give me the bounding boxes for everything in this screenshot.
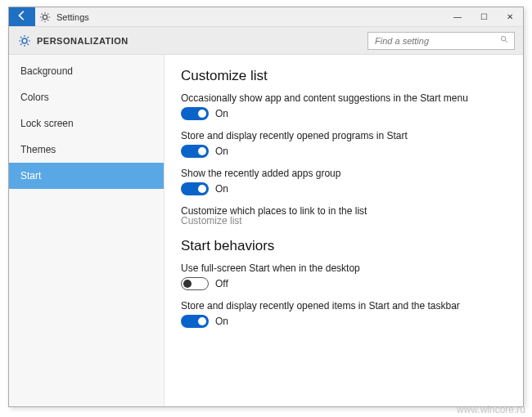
sidebar: Background Colors Lock screen Themes Sta…: [9, 55, 165, 406]
toggle-state: On: [215, 146, 228, 157]
maximize-button[interactable]: ☐: [471, 7, 497, 26]
window-title: Settings: [55, 7, 444, 26]
gear-icon: [17, 34, 32, 48]
close-button[interactable]: ✕: [497, 7, 523, 26]
svg-point-2: [501, 36, 506, 41]
toggle-knob: [198, 147, 206, 155]
back-button[interactable]: [9, 7, 35, 26]
gear-icon: [35, 7, 55, 26]
group-title-customize-list: Customize list: [181, 68, 507, 84]
group-title-start-behaviors: Start behaviors: [181, 238, 507, 254]
sidebar-item-themes[interactable]: Themes: [9, 137, 164, 163]
titlebar: Settings — ☐ ✕: [9, 7, 523, 27]
toggle-state: On: [215, 183, 228, 195]
section-title: PERSONALIZATION: [37, 36, 367, 46]
toggle-switch[interactable]: [181, 145, 209, 158]
svg-point-0: [43, 15, 47, 19]
toggle-knob: [198, 317, 206, 325]
body: Background Colors Lock screen Themes Sta…: [9, 55, 523, 406]
toggle-switch[interactable]: [181, 182, 209, 195]
toggle-switch[interactable]: [181, 315, 209, 328]
watermark: www.wincore.ru: [457, 404, 525, 415]
toggle-state: On: [215, 108, 228, 119]
toggle-knob: [198, 185, 206, 193]
customize-list-link[interactable]: Customize list: [181, 215, 507, 226]
setting-label: Store and display recently opened progra…: [181, 130, 507, 141]
toggle-suggestions[interactable]: On: [181, 107, 507, 120]
toggle-recent-programs[interactable]: On: [181, 145, 507, 158]
toggle-state: Off: [215, 278, 228, 289]
sidebar-item-start[interactable]: Start: [9, 163, 164, 189]
search-icon: [500, 35, 509, 46]
svg-point-1: [22, 38, 27, 43]
toggle-state: On: [215, 316, 228, 327]
toggle-switch[interactable]: [181, 107, 209, 120]
sidebar-item-lock-screen[interactable]: Lock screen: [9, 110, 164, 137]
section-header: PERSONALIZATION: [9, 27, 523, 55]
search-box[interactable]: [367, 32, 515, 50]
toggle-knob: [198, 110, 206, 118]
content-pane: Customize list Occasionally show app and…: [165, 55, 523, 406]
toggle-recent-items[interactable]: On: [181, 315, 507, 328]
toggle-knob: [183, 280, 192, 288]
setting-label: Show the recently added apps group: [181, 168, 507, 179]
toggle-recently-added[interactable]: On: [181, 182, 507, 195]
setting-label: Store and display recently opened items …: [181, 300, 507, 312]
svg-line-3: [505, 40, 507, 43]
setting-label: Use full-screen Start when in the deskto…: [181, 262, 507, 274]
toggle-fullscreen-start[interactable]: Off: [181, 277, 507, 290]
search-input[interactable]: [373, 35, 497, 47]
sidebar-item-background[interactable]: Background: [9, 58, 164, 84]
window-controls: — ☐ ✕: [444, 7, 523, 26]
settings-window: Settings — ☐ ✕ PERSONALIZATION Backgroun…: [8, 7, 524, 407]
sidebar-item-colors[interactable]: Colors: [9, 84, 164, 110]
back-arrow-icon: [16, 10, 28, 24]
setting-label: Occasionally show app and content sugges…: [181, 92, 507, 104]
toggle-switch[interactable]: [181, 277, 209, 290]
minimize-button[interactable]: —: [444, 7, 471, 26]
